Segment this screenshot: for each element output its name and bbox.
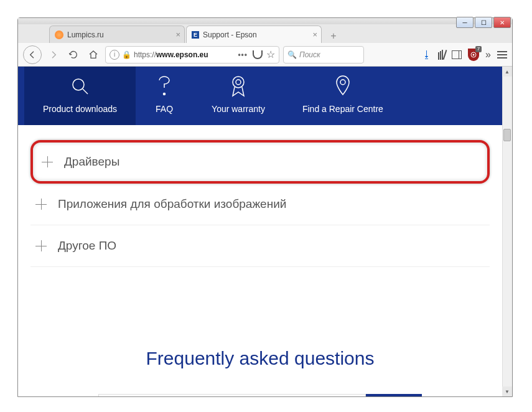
tab-epson-support[interactable]: E Support - Epson × [186, 26, 322, 43]
svg-point-4 [164, 93, 166, 95]
expand-icon [35, 199, 47, 210]
accordion-drivers[interactable]: Драйверы [30, 140, 490, 184]
accordion-label: Приложения для обработки изображений [58, 197, 286, 211]
pocket-icon[interactable] [253, 50, 263, 59]
downloads-accordion: Драйверы Приложения для обработки изобра… [18, 125, 502, 267]
address-bar[interactable]: i 🔒 https://www.epson.eu ••• ☆ [105, 46, 279, 63]
favicon-icon [55, 30, 63, 39]
svg-point-7 [340, 80, 345, 85]
close-tab-icon[interactable]: × [175, 30, 180, 39]
accordion-label: Другое ПО [58, 239, 116, 253]
overflow-icon[interactable]: » [485, 49, 491, 60]
tab-lumpics[interactable]: Lumpics.ru × [49, 26, 185, 43]
accordion-other-software[interactable]: Другое ПО [30, 225, 490, 267]
badge-icon [228, 75, 248, 98]
reload-button[interactable] [65, 47, 82, 63]
pin-icon [334, 75, 352, 98]
faq-search: SEARCH [18, 394, 502, 396]
page-viewport: Product downloads FAQ Your warranty [18, 67, 512, 396]
url-text: https://www.epson.eu [134, 50, 233, 59]
expand-icon [42, 156, 53, 167]
tab-title: Support - Epson [203, 30, 257, 39]
expand-icon [35, 240, 47, 251]
close-tab-icon[interactable]: × [312, 30, 317, 39]
question-icon [154, 75, 174, 98]
svg-point-1 [473, 54, 475, 55]
nav-label: FAQ [156, 104, 173, 114]
magnifier-icon [70, 75, 90, 98]
toolbar: i 🔒 https://www.epson.eu ••• ☆ 🔍 Поиск ⭳… [18, 43, 512, 67]
svg-point-2 [73, 79, 84, 90]
window-controls: ─ ☐ ✕ [456, 17, 511, 28]
page-content: Product downloads FAQ Your warranty [18, 67, 502, 396]
faq-section: Frequently asked questions SEARCH [18, 348, 502, 396]
nav-label: Your warranty [212, 104, 265, 114]
nav-label: Product downloads [43, 104, 117, 114]
toolbar-icons: ⭳ 7 » [422, 49, 507, 61]
ublock-icon[interactable]: 7 [468, 49, 479, 61]
back-button[interactable] [23, 45, 42, 64]
site-info-icon[interactable]: i [110, 50, 119, 60]
menu-icon[interactable] [497, 51, 507, 59]
accordion-label: Драйверы [64, 155, 119, 169]
search-bar[interactable]: 🔍 Поиск [283, 46, 364, 63]
nav-faq[interactable]: FAQ [136, 67, 193, 125]
faq-search-input[interactable] [98, 394, 366, 396]
tab-title: Lumpics.ru [67, 30, 104, 39]
forward-button[interactable] [45, 47, 62, 63]
nav-label: Find a Repair Centre [302, 104, 383, 114]
ublock-badge: 7 [475, 46, 482, 52]
browser-window: ─ ☐ ✕ Lumpics.ru × E Support - Epson × + [17, 17, 513, 397]
title-bar: ─ ☐ ✕ [18, 18, 512, 24]
scrollbar-thumb[interactable] [503, 129, 511, 141]
nav-warranty[interactable]: Your warranty [193, 67, 284, 125]
minimize-button[interactable]: ─ [456, 17, 474, 28]
scrollbar[interactable]: ▲ ▼ [502, 67, 512, 396]
scroll-down-icon[interactable]: ▼ [502, 386, 512, 396]
faq-heading: Frequently asked questions [18, 348, 502, 369]
scroll-up-icon[interactable]: ▲ [502, 67, 512, 77]
lock-icon: 🔒 [122, 50, 131, 59]
faq-search-button[interactable]: SEARCH [366, 394, 422, 396]
svg-point-6 [236, 80, 241, 85]
bookmark-star-icon[interactable]: ☆ [266, 49, 275, 60]
page-actions-icon[interactable]: ••• [238, 50, 248, 59]
favicon-icon: E [192, 31, 199, 39]
search-placeholder: Поиск [299, 50, 320, 59]
tab-strip: Lumpics.ru × E Support - Epson × + [18, 24, 512, 43]
new-tab-button[interactable]: + [325, 29, 342, 43]
nav-product-downloads[interactable]: Product downloads [24, 67, 136, 125]
accordion-image-apps[interactable]: Приложения для обработки изображений [30, 184, 490, 225]
downloads-icon[interactable]: ⭳ [422, 49, 432, 60]
home-button[interactable] [85, 47, 101, 63]
support-nav-bar: Product downloads FAQ Your warranty [18, 67, 502, 125]
svg-line-3 [83, 89, 88, 94]
sidebar-icon[interactable] [452, 50, 462, 59]
nav-repair-centre[interactable]: Find a Repair Centre [284, 67, 402, 125]
maximize-button[interactable]: ☐ [475, 17, 492, 28]
url-actions: ☆ [253, 49, 275, 60]
close-button[interactable]: ✕ [493, 17, 511, 28]
search-icon: 🔍 [287, 50, 297, 59]
library-icon[interactable] [438, 50, 446, 60]
svg-point-5 [233, 77, 244, 88]
